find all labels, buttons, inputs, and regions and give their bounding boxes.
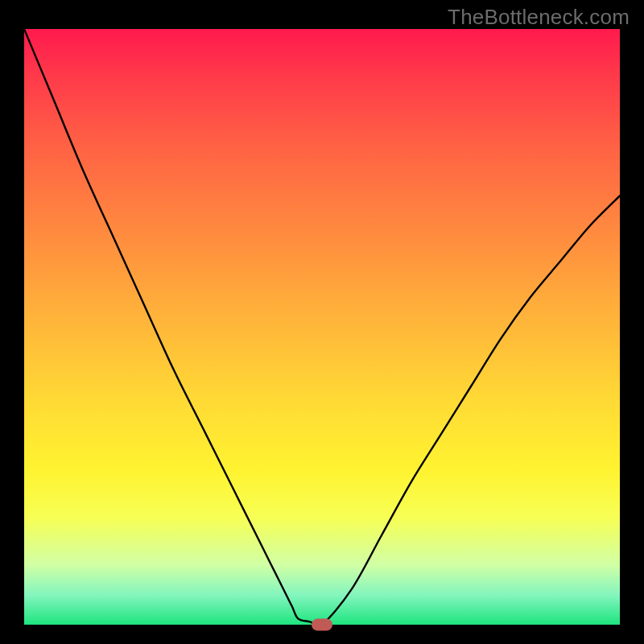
minimum-marker xyxy=(312,619,332,631)
bottleneck-curve-path xyxy=(24,29,620,625)
chart-frame: TheBottleneck.com xyxy=(0,0,644,644)
plot-area xyxy=(24,29,620,625)
curve-svg xyxy=(24,29,620,625)
watermark-text: TheBottleneck.com xyxy=(448,5,630,30)
